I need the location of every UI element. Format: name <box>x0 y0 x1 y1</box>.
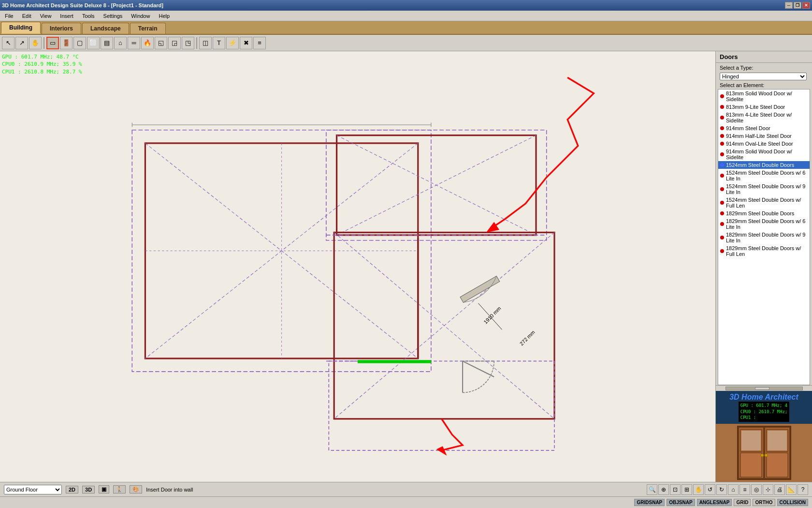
separator-2 <box>196 37 197 49</box>
element-914-ovallite[interactable]: 914mm Oval-Lite Steel Door <box>718 140 810 148</box>
zoom-window-button[interactable]: ⊞ <box>682 484 692 495</box>
svg-rect-18 <box>358 360 431 363</box>
toolbar: ↖ ↗ ✋ ▭ 🚪 ▢ ⬜ ▤ ⌂ ═ 🔥 ◱ ◲ ◳ ◫ T ⚡ ✖ ≡ <box>0 35 812 51</box>
ortho-indicator[interactable]: ORTHO <box>753 499 775 506</box>
tool-12[interactable]: ◳ <box>182 37 194 49</box>
delete-button[interactable]: ✖ <box>240 37 252 49</box>
fireplace-button[interactable]: 🔥 <box>141 37 154 49</box>
help-zoom-button[interactable]: ? <box>798 484 808 495</box>
statusbar: Ground Floor Second Floor Third Floor 2D… <box>0 482 812 496</box>
tool-10[interactable]: ◱ <box>155 37 167 49</box>
roof-tool-button[interactable]: ⌂ <box>114 37 127 49</box>
anglesnap-indicator[interactable]: ANGLESNAP <box>697 499 732 506</box>
element-813-solid[interactable]: 813mm Solid Wood Door w/ Sidelite <box>718 90 810 103</box>
close-button[interactable]: ✕ <box>802 2 810 9</box>
grid-display-button[interactable]: ⊹ <box>763 484 773 495</box>
panel-gpu-info: GPU : 601.7 MHz; 4 CPU0 : 2610.7 MHz; CP… <box>739 402 790 422</box>
element-1524-6lite[interactable]: 1524mm Steel Double Doors w/ 6 Lite In <box>718 169 810 182</box>
titlebar: 3D Home Architect Design Suite Deluxe 8 … <box>0 0 812 11</box>
element-813-4lite[interactable]: 813mm 4-Lite Steel Door w/ Sidelite <box>718 111 810 124</box>
grid-indicator[interactable]: GRID <box>734 499 751 506</box>
element-914-halflite[interactable]: 914mm Half-Lite Steel Door <box>718 132 810 140</box>
pan-button[interactable]: ✋ <box>29 37 42 49</box>
select-tool-button[interactable]: ↖ <box>2 37 14 49</box>
tab-landscape[interactable]: Landscape <box>82 23 129 34</box>
menu-insert[interactable]: Insert <box>56 12 77 20</box>
home-view-button[interactable]: ⌂ <box>728 484 739 495</box>
print-button[interactable]: 🖨 <box>774 484 785 495</box>
menu-file[interactable]: File <box>1 12 17 20</box>
panel-brand: 3D Home Architect GPU : 601.7 MHz; 4 CPU… <box>716 391 812 424</box>
gridsnap-indicator[interactable]: GRIDSNAP <box>634 499 665 506</box>
objsnap-indicator[interactable]: OBJSNAP <box>667 499 695 506</box>
view-3d-button[interactable]: 3D <box>82 486 95 493</box>
panel-scrollbar-thumb[interactable] <box>755 387 769 390</box>
element-1524-9lite[interactable]: 1524mm Steel Double Doors w/ 9 Lite In <box>718 182 810 196</box>
select2-tool-button[interactable]: ↗ <box>15 37 28 49</box>
element-1829-6lite[interactable]: 1829mm Steel Double Doors w/ 6 Lite In <box>718 217 810 231</box>
room-tool-button[interactable]: ⬜ <box>87 37 100 49</box>
menu-view[interactable]: View <box>36 12 56 20</box>
menubar: File Edit View Insert Tools Settings Win… <box>0 11 812 21</box>
element-813-9lite[interactable]: 813mm 9-Lite Steel Door <box>718 103 810 111</box>
pan-button-zoom[interactable]: ✋ <box>693 484 704 495</box>
restore-button[interactable]: ❐ <box>794 2 801 9</box>
zoom-in-button[interactable]: ⊕ <box>658 484 669 495</box>
floor-select[interactable]: Ground Floor Second Floor Third Floor <box>4 485 62 494</box>
layer-button[interactable]: ≡ <box>740 484 750 495</box>
element-914-solidwood[interactable]: 914mm Solid Wood Door w/ Sidelite <box>718 148 810 161</box>
zoom-fit-button[interactable]: ⊡ <box>670 484 681 495</box>
panel-scrollbar-area[interactable] <box>716 385 812 391</box>
elec-button[interactable]: ⚡ <box>226 37 239 49</box>
svg-point-37 <box>761 454 764 457</box>
menu-help[interactable]: Help <box>155 12 174 20</box>
tab-terrain[interactable]: Terrain <box>130 23 166 34</box>
element-1524-double[interactable]: 1524mm Steel Double Doors <box>718 161 810 169</box>
tab-building[interactable]: Building <box>1 22 41 34</box>
snap-button[interactable]: ◎ <box>751 484 762 495</box>
door-tool-button[interactable]: 🚪 <box>60 37 72 49</box>
dimension-button[interactable]: ◫ <box>199 37 212 49</box>
menu-edit[interactable]: Edit <box>18 12 35 20</box>
panel-title: Doors <box>716 51 812 63</box>
zoom-toolbar: 🔍 ⊕ ⊡ ⊞ ✋ ↺ ↻ ⌂ ≡ ◎ ⊹ 🖨 📐 ? <box>647 484 808 495</box>
view-walk-button[interactable]: 🚶 <box>113 485 126 493</box>
zoom-out-button[interactable]: 🔍 <box>647 484 657 495</box>
window-tool-button[interactable]: ▢ <box>73 37 86 49</box>
prev-view-button[interactable]: ↺ <box>705 484 715 495</box>
element-914-steel[interactable]: 914mm Steel Door <box>718 124 810 132</box>
panel-type-select[interactable]: Hinged Entry Bi-Fold French Doors Garage… <box>720 73 807 80</box>
separator-1 <box>44 37 44 49</box>
drawing-area[interactable]: GPU : 601.7 MHz; 48.7 °C CPU0 : 2610.9 M… <box>0 51 715 482</box>
tabbar: Building Interiors Landscape Terrain <box>0 21 812 35</box>
titlebar-title: 3D Home Architect Design Suite Deluxe 8 … <box>2 2 163 8</box>
tool-11[interactable]: ◲ <box>168 37 181 49</box>
element-list: 813mm Solid Wood Door w/ Sidelite 813mm … <box>718 89 810 385</box>
measure-button[interactable]: 📐 <box>786 484 797 495</box>
element-1829-9lite[interactable]: 1829mm Steel Double Doors w/ 9 Lite In <box>718 231 810 244</box>
properties-button[interactable]: ≡ <box>253 37 266 49</box>
menu-window[interactable]: Window <box>127 12 154 20</box>
minimize-button[interactable]: ─ <box>785 2 793 9</box>
text-button[interactable]: T <box>213 37 225 49</box>
wall-tool-button[interactable]: ▭ <box>46 37 59 49</box>
main-area: GPU : 601.7 MHz; 48.7 °C CPU0 : 2610.9 M… <box>0 51 812 482</box>
view-elev-button[interactable]: ▣ <box>99 485 109 493</box>
menu-tools[interactable]: Tools <box>78 12 99 20</box>
view-2d-button[interactable]: 2D <box>66 486 78 493</box>
svg-rect-36 <box>767 453 788 477</box>
panel-scrollbar[interactable] <box>725 387 803 390</box>
svg-point-38 <box>765 454 768 457</box>
tab-interiors[interactable]: Interiors <box>42 23 81 34</box>
stair-tool-button[interactable]: ▤ <box>101 37 113 49</box>
collision-indicator[interactable]: COLLISION <box>777 499 808 506</box>
element-1829-fulllen[interactable]: 1829mm Steel Double Doors w/ Full Len <box>718 244 810 258</box>
next-view-button[interactable]: ↻ <box>716 484 727 495</box>
status-message: Insert Door into wall <box>146 487 643 493</box>
svg-rect-39 <box>741 431 761 450</box>
beam-tool-button[interactable]: ═ <box>128 37 140 49</box>
element-1524-fulllen[interactable]: 1524mm Steel Double Doors w/ Full Len <box>718 196 810 209</box>
element-1829-double[interactable]: 1829mm Steel Double Doors <box>718 209 810 217</box>
view-render-button[interactable]: 🎨 <box>130 485 142 493</box>
menu-settings[interactable]: Settings <box>100 12 127 20</box>
